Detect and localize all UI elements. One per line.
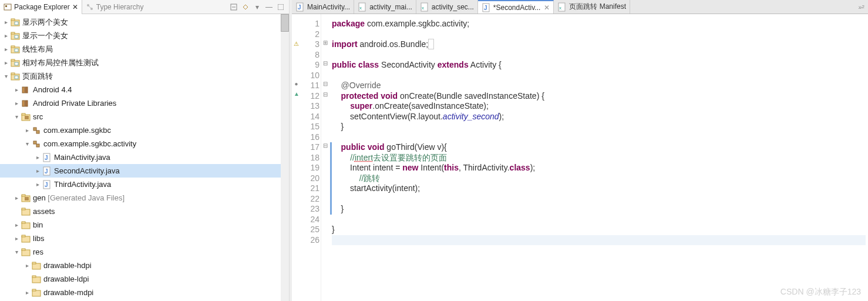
close-icon[interactable]: ✕ — [544, 4, 550, 12]
expand-arrow-icon[interactable] — [12, 86, 21, 93]
close-icon[interactable]: ✕ — [72, 3, 78, 11]
tree-item[interactable]: 相对布局控件属性测试 — [0, 56, 289, 69]
tabs-overflow-icon[interactable]: »2 — [854, 0, 868, 14]
svg-rect-44 — [22, 208, 25, 210]
tree-item[interactable]: JMainActivity.java — [0, 150, 289, 164]
proj-icon — [11, 58, 20, 68]
line-number: 26 — [301, 235, 321, 246]
proj-icon — [11, 72, 20, 81]
code-line: } — [330, 204, 866, 215]
tree-item-label: 显示一个美女 — [22, 31, 68, 41]
expand-arrow-icon[interactable] — [1, 59, 11, 66]
tree-item-label: gen [Generated Java Files] — [33, 193, 125, 202]
tree-item[interactable]: drawable-mdpi — [0, 286, 289, 299]
fold-toggle[interactable]: ⊟ — [321, 60, 329, 71]
tree-item-label: libs — [33, 234, 45, 243]
tree-item[interactable]: JSecondActivity.java — [0, 164, 289, 178]
tree-item[interactable]: drawable-hdpi — [0, 259, 289, 272]
link-editor-icon[interactable] — [241, 2, 250, 12]
svg-rect-16 — [15, 49, 18, 52]
expand-arrow-icon[interactable] — [33, 154, 42, 160]
maximize-icon[interactable] — [276, 2, 285, 12]
expand-arrow-icon[interactable] — [22, 127, 32, 133]
tree-item[interactable]: src — [0, 110, 289, 123]
expand-arrow-icon[interactable] — [1, 46, 11, 52]
editor-tab[interactable]: xactivity_sec... — [416, 0, 478, 14]
line-number: 17 — [301, 142, 321, 153]
fold-toggle[interactable]: ⊟ — [321, 81, 329, 91]
tree-item[interactable]: 页面跳转 — [0, 69, 289, 83]
expand-arrow-icon[interactable] — [12, 100, 21, 106]
expand-arrow-icon[interactable] — [22, 289, 32, 296]
expand-arrow-icon[interactable] — [33, 168, 42, 174]
editor-tab[interactable]: J*SecondActiv...✕ — [478, 0, 554, 14]
expand-arrow-icon[interactable] — [1, 19, 11, 25]
fold-toggle[interactable]: ⊟ — [321, 91, 329, 102]
tree-item[interactable]: com.example.sgkbc.activity — [0, 137, 289, 150]
gutter-marker — [292, 49, 301, 59]
expand-arrow-icon[interactable] — [1, 32, 11, 39]
type-hierarchy-tab[interactable]: Type Hierarchy — [82, 0, 147, 14]
line-number: 25 — [301, 225, 321, 235]
expand-arrow-icon[interactable] — [12, 113, 21, 120]
expand-arrow-icon[interactable] — [12, 195, 21, 201]
tree-item[interactable]: JThirdActivity.java — [0, 178, 289, 191]
tree-item[interactable]: libs — [0, 232, 289, 245]
editor-tab[interactable]: xactivity_mai... — [354, 0, 416, 14]
code-line: @Override — [332, 81, 866, 91]
expand-arrow-icon[interactable] — [33, 181, 42, 188]
expand-arrow-icon[interactable] — [12, 249, 21, 255]
svg-rect-9 — [11, 19, 15, 21]
tab-label: Package Explorer — [14, 3, 70, 11]
tree-item[interactable]: Android 4.4 — [0, 83, 289, 96]
xml-file-icon: x — [420, 2, 429, 12]
gutter-marker — [292, 129, 301, 139]
editor-tab[interactable]: x页面跳转 Manifest — [554, 0, 630, 14]
tree-item-label: ThirdActivity.java — [54, 180, 111, 189]
tree-item[interactable]: 显示两个美女 — [0, 15, 289, 29]
code-area[interactable]: package com.example.sgkbc.activity; impo… — [329, 14, 868, 301]
tree-scrollbar[interactable] — [281, 14, 289, 301]
svg-rect-46 — [22, 222, 25, 223]
gutter-marker — [292, 229, 301, 239]
tree-item[interactable]: gen [Generated Java Files] — [0, 191, 289, 205]
project-tree[interactable]: 显示两个美女显示一个美女线性布局相对布局控件属性测试页面跳转Android 4.… — [0, 14, 289, 301]
tree-item-label: 页面跳转 — [22, 71, 53, 82]
gutter-marker — [292, 209, 301, 219]
minimize-icon[interactable]: — — [264, 2, 274, 12]
gutter-marker — [292, 59, 301, 69]
gutter-marker — [292, 69, 301, 79]
proj-icon — [11, 31, 20, 41]
expand-arrow-icon[interactable] — [22, 262, 32, 269]
tree-item[interactable]: assets — [0, 205, 289, 218]
tree-item[interactable]: res — [0, 245, 289, 259]
tree-item-label: bin — [33, 220, 43, 229]
line-number: 18 — [301, 153, 321, 163]
line-number: 24 — [301, 215, 321, 225]
type-hierarchy-icon — [86, 3, 94, 11]
xml-file-icon: x — [358, 2, 367, 12]
editor-tabs: JMainActivity...xactivity_mai...xactivit… — [292, 0, 868, 14]
code-line — [332, 50, 866, 61]
tree-item[interactable]: bin — [0, 218, 289, 232]
tree-item[interactable]: drawable-ldpi — [0, 272, 289, 286]
fold-toggle[interactable]: ⊟ — [321, 142, 329, 153]
fold-toggle — [321, 163, 329, 173]
tree-item[interactable]: Android Private Libraries — [0, 96, 289, 110]
svg-rect-52 — [32, 262, 36, 264]
expand-arrow-icon[interactable] — [1, 73, 11, 79]
editor-tab[interactable]: JMainActivity... — [292, 0, 354, 14]
fold-toggle[interactable]: ⊞ — [321, 39, 329, 50]
tree-item[interactable]: com.example.sgkbc — [0, 123, 289, 137]
collapse-all-icon[interactable] — [229, 2, 238, 12]
proj-icon — [11, 45, 20, 54]
fold-toggle — [321, 235, 329, 246]
tree-item-label: src — [33, 112, 43, 121]
expand-arrow-icon[interactable] — [22, 141, 32, 147]
tree-item[interactable]: 显示一个美女 — [0, 29, 289, 42]
view-menu-icon[interactable]: ▾ — [253, 2, 262, 12]
tree-item[interactable]: 线性布局 — [0, 42, 289, 56]
expand-arrow-icon[interactable] — [12, 222, 21, 228]
package-explorer-tab[interactable]: Package Explorer ✕ — [0, 0, 82, 14]
expand-arrow-icon[interactable] — [12, 235, 21, 242]
